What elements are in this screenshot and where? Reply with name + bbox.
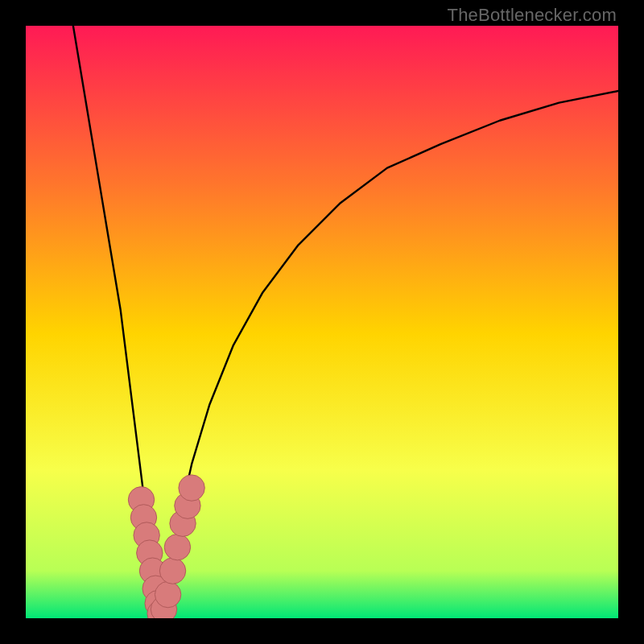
data-marker [164, 534, 190, 559]
plot-area [26, 26, 618, 618]
curve-right-branch [160, 91, 618, 618]
chart-frame: TheBottlenecker.com [0, 0, 644, 644]
data-marker [179, 475, 204, 501]
data-marker [159, 558, 185, 584]
site-watermark: TheBottlenecker.com [448, 5, 617, 26]
bottleneck-curve [26, 26, 618, 618]
data-marker [155, 581, 180, 607]
